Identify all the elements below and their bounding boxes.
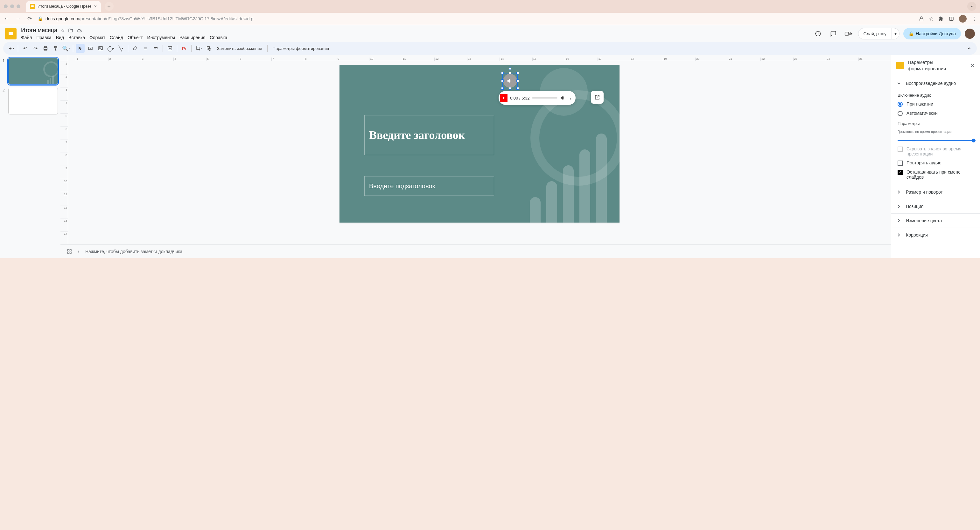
textbox-icon[interactable] [86, 44, 95, 53]
resize-handle[interactable] [516, 87, 519, 90]
slide-title-placeholder[interactable]: Введите заголовок [364, 115, 494, 155]
sidebar-close-icon[interactable]: ✕ [970, 62, 975, 69]
mask-icon[interactable] [204, 44, 213, 53]
replace-image-icon[interactable] [165, 44, 174, 53]
slideshow-button[interactable]: Слайд-шоу [858, 28, 892, 40]
menu-view[interactable]: Вид [56, 35, 64, 40]
undo-icon[interactable]: ↶ [21, 44, 30, 53]
slides-logo-icon[interactable] [5, 28, 16, 40]
doc-name[interactable]: Итоги месяца [21, 27, 57, 34]
zoom-icon[interactable]: 🔍▾ [61, 44, 70, 53]
slide-subtitle-placeholder[interactable]: Введите подзаголовок [364, 176, 494, 196]
shape-icon[interactable]: ◯▾ [106, 44, 115, 53]
nav-back-icon[interactable]: ← [3, 16, 10, 22]
history-icon[interactable] [812, 28, 824, 40]
window-close[interactable] [4, 5, 8, 8]
grid-view-icon[interactable] [67, 249, 72, 254]
star-icon[interactable]: ☆ [60, 27, 65, 33]
menu-format[interactable]: Формат [89, 35, 105, 40]
browser-tab-active[interactable]: Итоги месяца - Google Презе × [26, 1, 101, 12]
menu-help[interactable]: Справка [210, 35, 227, 40]
move-icon[interactable] [68, 28, 73, 33]
collapse-toolbar-icon[interactable] [965, 44, 974, 53]
rotate-handle[interactable] [509, 67, 511, 70]
menu-extensions[interactable]: Расширения [180, 35, 205, 40]
menu-object[interactable]: Объект [127, 35, 143, 40]
section-adjustments[interactable]: Коррекция [891, 228, 980, 242]
border-weight-icon[interactable]: ≡ [141, 44, 150, 53]
window-minimize[interactable] [10, 5, 14, 8]
ruler-horizontal[interactable]: 1234567891011121314151617181920212223242… [76, 55, 891, 61]
options-label: Параметры [897, 121, 974, 126]
share-page-icon[interactable] [919, 16, 924, 21]
section-position[interactable]: Позиция [891, 199, 980, 213]
meet-icon[interactable]: ▾ [843, 28, 854, 40]
line-icon[interactable]: ╲▾ [116, 44, 126, 53]
resize-handle[interactable] [516, 79, 519, 82]
redo-icon[interactable]: ↷ [31, 44, 40, 53]
share-button[interactable]: 🔒 Настройки Доступа [903, 28, 961, 40]
section-size-rotate[interactable]: Размер и поворот [891, 185, 980, 199]
resize-handle[interactable] [509, 72, 511, 75]
profile-avatar-icon[interactable] [959, 15, 967, 22]
tabs-dropdown-icon[interactable] [967, 2, 976, 11]
audio-progress[interactable] [532, 97, 557, 98]
volume-slider[interactable] [897, 140, 974, 141]
resize-handle[interactable] [509, 87, 511, 90]
resize-handle[interactable] [501, 87, 504, 90]
slide-thumb-2[interactable] [8, 88, 58, 114]
ruler-vertical[interactable]: 1234567891011121314 [60, 61, 68, 244]
new-slide-icon[interactable]: ＋▾ [6, 44, 15, 53]
slideshow-split-button: Слайд-шоу ▾ [858, 28, 900, 40]
notes-collapse-icon[interactable]: ‹ [78, 248, 80, 255]
menu-tools[interactable]: Инструменты [147, 35, 175, 40]
audio-menu-icon[interactable]: ⋮ [568, 96, 573, 100]
border-color-icon[interactable] [131, 44, 140, 53]
canvas-scroll[interactable]: Введите заголовок Введите подзаголовок [68, 61, 891, 244]
play-button[interactable] [500, 94, 508, 102]
cloud-status-icon[interactable] [76, 28, 82, 33]
image-icon[interactable] [96, 44, 105, 53]
checkbox-stop-on-slide-change[interactable]: ✓ Останавливать при смене слайдов [897, 170, 974, 179]
radio-automatic[interactable]: Автоматически [897, 111, 974, 116]
popout-icon[interactable] [591, 91, 604, 104]
format-options-text[interactable]: Параметры форматирования [270, 46, 331, 51]
radio-on-click[interactable]: При нажатии [897, 102, 974, 107]
menu-edit[interactable]: Правка [36, 35, 51, 40]
paint-format-icon[interactable] [51, 44, 60, 53]
script-icon[interactable]: Pу [180, 44, 189, 53]
window-maximize[interactable] [16, 5, 21, 8]
menu-insert[interactable]: Вставка [68, 35, 85, 40]
resize-handle[interactable] [516, 72, 519, 75]
bookmark-icon[interactable]: ☆ [929, 16, 934, 22]
resize-handle[interactable] [501, 79, 504, 82]
extensions-icon[interactable] [939, 16, 944, 21]
slide-canvas[interactable]: Введите заголовок Введите подзаголовок [339, 65, 619, 222]
select-tool-icon[interactable] [76, 44, 84, 53]
account-avatar-icon[interactable] [965, 29, 975, 39]
chevron-right-icon [896, 218, 901, 223]
notes-placeholder[interactable]: Нажмите, чтобы добавить заметки докладчи… [85, 249, 182, 254]
kebab-menu-icon[interactable]: ⋮ [972, 16, 977, 22]
menu-slide[interactable]: Слайд [110, 35, 123, 40]
print-icon[interactable] [41, 44, 50, 53]
section-recolor[interactable]: Изменение цвета [891, 214, 980, 228]
border-dash-icon[interactable] [151, 44, 160, 53]
nav-reload-icon[interactable]: ⟳ [26, 16, 33, 22]
new-tab-button[interactable]: + [105, 2, 114, 11]
audio-object[interactable] [503, 74, 517, 88]
checkbox-loop-audio[interactable]: Повторять аудио [897, 160, 974, 166]
tab-close-icon[interactable]: × [94, 4, 97, 9]
slideshow-dropdown[interactable]: ▾ [891, 28, 899, 40]
address-bar[interactable]: 🔒 docs.google.com/presentation/d/1-qp78z… [38, 14, 915, 24]
sidepanel-icon[interactable] [949, 16, 954, 21]
slide-thumb-1[interactable] [8, 58, 58, 84]
resize-handle[interactable] [501, 72, 504, 75]
nav-forward-icon[interactable]: → [14, 16, 22, 22]
replace-image-text[interactable]: Заменить изображение [215, 46, 265, 51]
menu-file[interactable]: Файл [21, 35, 32, 40]
crop-icon[interactable]: ▾ [194, 44, 203, 53]
section-audio-playback[interactable]: Воспроизведение аудио [891, 76, 980, 90]
comments-icon[interactable] [827, 28, 839, 40]
volume-icon[interactable] [560, 95, 566, 101]
